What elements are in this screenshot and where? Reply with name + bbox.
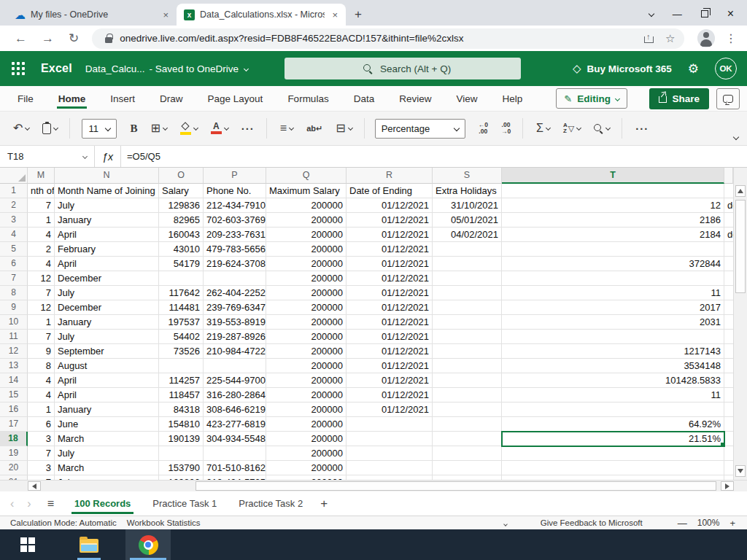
cell-M4[interactable]: 4 (28, 228, 55, 242)
scroll-right-button[interactable] (721, 481, 734, 491)
give-feedback-link[interactable]: Give Feedback to Microsoft (541, 518, 643, 527)
row-header-20[interactable]: 20 (0, 461, 28, 475)
previous-sheet-button[interactable]: ‹ (10, 497, 14, 510)
column-header-P[interactable]: P (204, 168, 266, 184)
restore-button[interactable] (701, 10, 708, 18)
cell-N13[interactable]: August (55, 359, 159, 373)
cell-P1[interactable]: Phone No. (204, 184, 266, 198)
sheet-tab-practice-task-1[interactable]: Practice Task 1 (151, 492, 218, 515)
insert-function-button[interactable]: ƒx (95, 146, 121, 167)
cell-R3[interactable]: 01/12/2021 (347, 213, 433, 228)
cell-P4[interactable]: 209-233-7631 (204, 228, 266, 242)
row-header-13[interactable]: 13 (0, 359, 28, 373)
sheet-tab-100-records[interactable]: 100 Records (73, 492, 132, 515)
cell-M10[interactable]: 1 (28, 315, 55, 330)
cell-P5[interactable]: 479-783-5656 (204, 242, 266, 257)
browser-menu-icon[interactable]: ⋮ (725, 31, 737, 45)
cell-Q4[interactable]: 200000 (266, 228, 347, 242)
alignment-button[interactable]: ≡ (280, 122, 293, 134)
row-header-10[interactable]: 10 (0, 315, 28, 330)
tab-close-icon[interactable]: × (160, 9, 171, 20)
cell-O18[interactable]: 190139 (159, 432, 204, 446)
menu-tab-page-layout[interactable]: Page Layout (206, 88, 265, 109)
minimize-button[interactable]: — (673, 9, 682, 19)
row-header-1[interactable]: 1 (0, 184, 28, 198)
cell-R8[interactable]: 01/12/2021 (347, 286, 433, 300)
cell-Q2[interactable]: 200000 (266, 198, 347, 213)
cell-O17[interactable]: 154810 (159, 417, 204, 432)
doc-name[interactable]: Data_Calcu... (85, 63, 145, 74)
cell-T13[interactable]: 3534148 (502, 359, 724, 373)
address-bar[interactable]: onedrive.live.com/edit.aspx?resid=FDB8F4… (92, 28, 684, 49)
cell-R7[interactable]: 01/12/2021 (347, 271, 433, 286)
cell-M7[interactable]: 12 (28, 271, 55, 286)
cell-O15[interactable]: 118457 (159, 388, 204, 402)
cell-M18[interactable]: 3 (28, 432, 55, 446)
cell-Q10[interactable]: 200000 (266, 315, 347, 330)
cell-U20-sliver[interactable] (724, 461, 733, 475)
cell-N2[interactable]: July (55, 198, 159, 213)
more-commands-button[interactable]: ··· (635, 123, 649, 134)
cell-M1[interactable]: nth of (28, 184, 55, 198)
lock-icon[interactable] (105, 37, 112, 43)
share-page-icon[interactable] (644, 34, 654, 43)
cell-P11[interactable]: 219-287-8926 (204, 330, 266, 344)
row-header-16[interactable]: 16 (0, 402, 28, 417)
cell-S15[interactable] (433, 388, 502, 402)
cell-S17[interactable] (433, 417, 502, 432)
cell-Q3[interactable]: 200000 (266, 213, 347, 228)
chevron-down-icon[interactable] (244, 66, 249, 71)
cell-R12[interactable]: 01/12/2021 (347, 344, 433, 359)
app-launcher-icon[interactable] (12, 62, 25, 75)
cell-U6-sliver[interactable] (724, 257, 733, 271)
cell-M15[interactable]: 4 (28, 388, 55, 402)
cell-N16[interactable]: January (55, 402, 159, 417)
undo-button[interactable]: ↶ (13, 122, 29, 134)
cell-Q5[interactable]: 200000 (266, 242, 347, 257)
cell-R14[interactable]: 01/12/2021 (347, 373, 433, 388)
chrome-button[interactable] (125, 529, 171, 560)
cell-O14[interactable]: 114257 (159, 373, 204, 388)
row-header-5[interactable]: 5 (0, 242, 28, 257)
bookmark-star-icon[interactable]: ☆ (665, 33, 675, 44)
cell-S13[interactable] (433, 359, 502, 373)
row-header-12[interactable]: 12 (0, 344, 28, 359)
cell-T1[interactable] (502, 184, 724, 198)
cell-P10[interactable]: 319-553-8919 (204, 315, 266, 330)
cell-P19[interactable] (204, 446, 266, 461)
column-header-R[interactable]: R (347, 168, 433, 184)
calculation-mode[interactable]: Calculation Mode: Automatic (10, 518, 117, 527)
cell-O8[interactable]: 117642 (159, 286, 204, 300)
cell-N5[interactable]: February (55, 242, 159, 257)
cell-Q14[interactable]: 200000 (266, 373, 347, 388)
row-header-9[interactable]: 9 (0, 300, 28, 315)
cell-Q6[interactable]: 200000 (266, 257, 347, 271)
autosum-button[interactable]: Σ (536, 122, 550, 134)
ribbon-collapse-button[interactable] (734, 129, 738, 142)
cell-S20[interactable] (433, 461, 502, 475)
cell-T8[interactable]: 11 (502, 286, 724, 300)
cell-M20[interactable]: 3 (28, 461, 55, 475)
cell-T19[interactable] (502, 446, 724, 461)
horizontal-scrollbar[interactable] (0, 480, 747, 491)
zoom-level[interactable]: 100% (697, 518, 720, 528)
cell-Q7[interactable]: 200000 (266, 271, 347, 286)
cell-O11[interactable]: 54402 (159, 330, 204, 344)
more-font-options-button[interactable]: ··· (241, 123, 255, 134)
close-window-button[interactable]: × (727, 8, 734, 20)
cell-R17[interactable] (347, 417, 433, 432)
cell-S14[interactable] (433, 373, 502, 388)
cell-O19[interactable] (159, 446, 204, 461)
row-header-18[interactable]: 18 (0, 432, 28, 446)
wrap-text-button[interactable]: ab↵ (306, 125, 322, 133)
browser-profile-avatar[interactable] (697, 29, 715, 47)
column-header-M[interactable]: M (28, 168, 55, 184)
cell-R11[interactable]: 01/12/2021 (347, 330, 433, 344)
cell-O20[interactable]: 153790 (159, 461, 204, 475)
cell-N7[interactable]: December (55, 271, 159, 286)
cell-T2[interactable]: 12 (502, 198, 724, 213)
comments-button[interactable] (716, 88, 740, 109)
cell-T3[interactable]: 2186 (502, 213, 724, 228)
cell-S16[interactable] (433, 402, 502, 417)
sort-filter-button[interactable]: AZ▽ (563, 122, 581, 134)
